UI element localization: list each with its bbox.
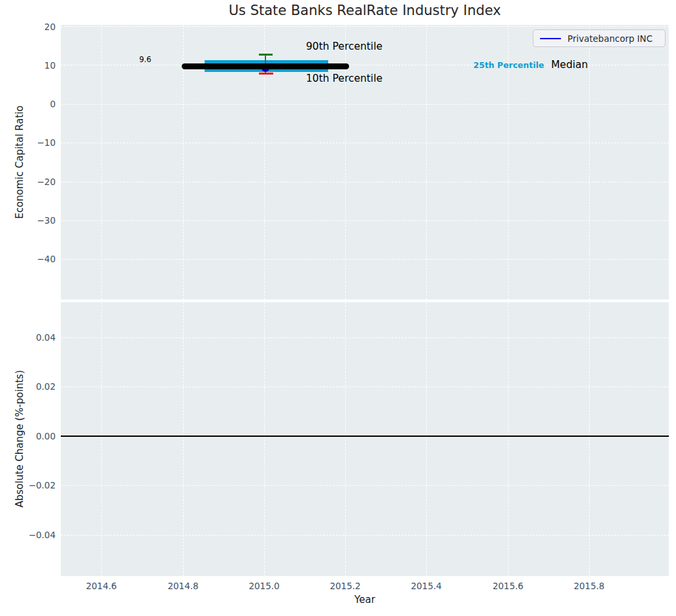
p10-annotation: 10th Percentile xyxy=(306,73,382,84)
p90-annotation: 90th Percentile xyxy=(306,41,382,52)
median-line xyxy=(182,63,349,69)
ytick-label: −0.04 xyxy=(13,530,56,540)
gridline-v xyxy=(264,302,265,576)
gridline-h xyxy=(61,535,669,536)
gridline-v xyxy=(101,25,102,299)
ytick-label: −40 xyxy=(13,254,56,264)
gridline-v xyxy=(426,302,427,576)
ytick-label: 0.04 xyxy=(13,332,56,343)
ytick-label: 20 xyxy=(13,22,56,32)
top-y-axis-label: Economic Capital Ratio xyxy=(14,105,25,218)
legend-label: Privatebancorp INC xyxy=(567,33,652,44)
gridline-h xyxy=(61,26,669,27)
gridline-h xyxy=(61,485,669,486)
gridline-v xyxy=(589,302,590,576)
gridline-v xyxy=(508,302,509,576)
median-value-annotation: 9.6 xyxy=(139,55,151,64)
p25-annotation: 25th Percentile xyxy=(473,60,544,70)
xtick-label: 2015.0 xyxy=(248,581,279,591)
zero-change-line xyxy=(61,436,669,437)
bottom-plot-area xyxy=(61,302,669,576)
legend: Privatebancorp INC xyxy=(533,29,666,47)
gridline-h xyxy=(61,220,669,221)
xtick-label: 2015.6 xyxy=(492,581,523,591)
gridline-v xyxy=(183,302,184,576)
gridline-h xyxy=(61,104,669,105)
figure: Us State Banks RealRate Industry Index xyxy=(0,0,676,616)
x-axis-label: Year xyxy=(61,594,669,606)
p90-tick-marker xyxy=(259,54,273,56)
p10-tick-marker xyxy=(259,73,273,75)
gridline-h xyxy=(61,182,669,182)
gridline-v xyxy=(101,302,102,576)
gridline-v xyxy=(345,302,346,576)
bottom-y-axis-label: Absolute Change (%-points) xyxy=(14,370,25,507)
gridline-h xyxy=(61,259,669,260)
median-annotation: Median xyxy=(551,59,588,71)
xtick-label: 2014.8 xyxy=(167,581,198,591)
gridline-v xyxy=(426,25,427,299)
ytick-label: 10 xyxy=(13,60,56,71)
xtick-label: 2015.8 xyxy=(573,581,604,591)
legend-line-sample xyxy=(540,38,561,39)
gridline-v xyxy=(589,25,590,299)
gridline-h xyxy=(61,143,669,143)
xtick-label: 2014.6 xyxy=(86,581,116,591)
gridline-h xyxy=(61,337,669,338)
gridline-h xyxy=(61,386,669,387)
xtick-label: 2015.2 xyxy=(330,581,360,591)
chart-title: Us State Banks RealRate Industry Index xyxy=(61,3,669,18)
xtick-label: 2015.4 xyxy=(411,581,441,591)
